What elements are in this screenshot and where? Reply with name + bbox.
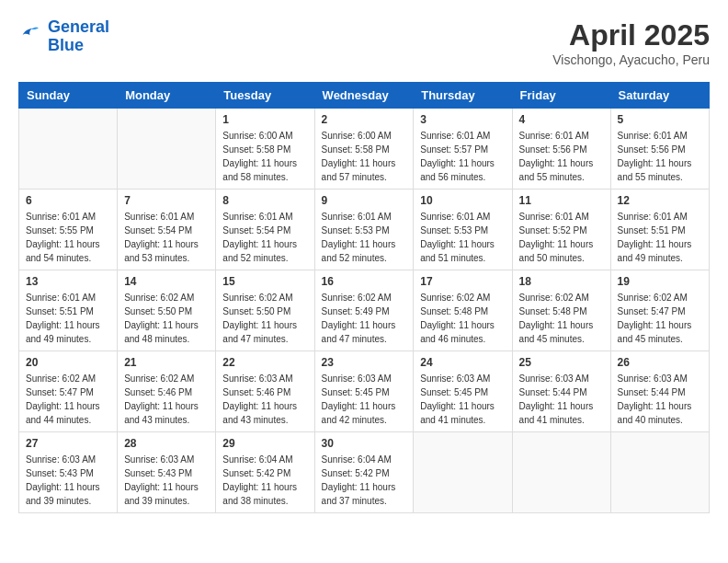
calendar-cell: 17Sunrise: 6:02 AM Sunset: 5:48 PM Dayli… [414,270,512,351]
day-number: 22 [222,356,307,369]
day-number: 10 [420,194,505,207]
page-header: General Blue April 2025 Vischongo, Ayacu… [18,18,710,67]
calendar-week-row: 20Sunrise: 6:02 AM Sunset: 5:47 PM Dayli… [19,351,710,432]
day-detail: Sunrise: 6:03 AM Sunset: 5:45 PM Dayligh… [322,372,407,427]
calendar-week-row: 6Sunrise: 6:01 AM Sunset: 5:55 PM Daylig… [19,190,710,270]
day-number: 27 [26,437,110,450]
day-number: 30 [322,437,407,450]
day-number: 16 [322,275,407,288]
calendar-cell: 1Sunrise: 6:00 AM Sunset: 5:58 PM Daylig… [216,109,314,190]
day-detail: Sunrise: 6:01 AM Sunset: 5:54 PM Dayligh… [124,210,209,265]
calendar-cell [118,109,216,190]
calendar-cell: 3Sunrise: 6:01 AM Sunset: 5:57 PM Daylig… [414,109,512,190]
calendar-cell: 10Sunrise: 6:01 AM Sunset: 5:53 PM Dayli… [414,190,512,270]
day-detail: Sunrise: 6:03 AM Sunset: 5:43 PM Dayligh… [26,453,110,508]
calendar-cell: 25Sunrise: 6:03 AM Sunset: 5:44 PM Dayli… [512,351,610,432]
day-number: 12 [618,194,702,207]
calendar-cell: 9Sunrise: 6:01 AM Sunset: 5:53 PM Daylig… [314,190,414,270]
day-detail: Sunrise: 6:02 AM Sunset: 5:46 PM Dayligh… [124,372,209,427]
day-detail: Sunrise: 6:01 AM Sunset: 5:51 PM Dayligh… [26,291,110,346]
day-number: 7 [124,194,209,207]
calendar-cell: 26Sunrise: 6:03 AM Sunset: 5:44 PM Dayli… [610,351,709,432]
calendar-cell: 11Sunrise: 6:01 AM Sunset: 5:52 PM Dayli… [512,190,610,270]
day-detail: Sunrise: 6:00 AM Sunset: 5:58 PM Dayligh… [222,129,307,184]
day-detail: Sunrise: 6:04 AM Sunset: 5:42 PM Dayligh… [322,453,407,508]
day-detail: Sunrise: 6:01 AM Sunset: 5:54 PM Dayligh… [222,210,307,265]
calendar-location: Vischongo, Ayacucho, Peru [552,52,710,67]
day-detail: Sunrise: 6:01 AM Sunset: 5:56 PM Dayligh… [618,129,702,184]
calendar-cell: 16Sunrise: 6:02 AM Sunset: 5:49 PM Dayli… [314,270,414,351]
day-number: 1 [222,113,307,126]
day-number: 14 [124,275,209,288]
day-number: 8 [222,194,307,207]
calendar-header-row: SundayMondayTuesdayWednesdayThursdayFrid… [19,83,710,109]
calendar-week-row: 27Sunrise: 6:03 AM Sunset: 5:43 PM Dayli… [19,432,710,513]
weekday-header: Sunday [19,83,118,109]
calendar-cell: 19Sunrise: 6:02 AM Sunset: 5:47 PM Dayli… [610,270,709,351]
weekday-header: Wednesday [314,83,414,109]
day-number: 20 [26,356,110,369]
day-number: 23 [322,356,407,369]
day-detail: Sunrise: 6:02 AM Sunset: 5:48 PM Dayligh… [519,291,604,346]
day-number: 18 [519,275,604,288]
day-detail: Sunrise: 6:02 AM Sunset: 5:47 PM Dayligh… [618,291,702,346]
calendar-cell: 18Sunrise: 6:02 AM Sunset: 5:48 PM Dayli… [512,270,610,351]
calendar-cell [610,432,709,513]
calendar-cell [414,432,512,513]
calendar-cell: 24Sunrise: 6:03 AM Sunset: 5:45 PM Dayli… [414,351,512,432]
calendar-cell: 30Sunrise: 6:04 AM Sunset: 5:42 PM Dayli… [314,432,414,513]
day-detail: Sunrise: 6:02 AM Sunset: 5:48 PM Dayligh… [420,291,505,346]
calendar-week-row: 1Sunrise: 6:00 AM Sunset: 5:58 PM Daylig… [19,109,710,190]
day-number: 17 [420,275,505,288]
day-detail: Sunrise: 6:02 AM Sunset: 5:47 PM Dayligh… [26,372,110,427]
calendar-cell: 15Sunrise: 6:02 AM Sunset: 5:50 PM Dayli… [216,270,314,351]
day-detail: Sunrise: 6:00 AM Sunset: 5:58 PM Dayligh… [322,129,407,184]
logo-text: General Blue [48,18,109,55]
weekday-header: Friday [512,83,610,109]
day-detail: Sunrise: 6:03 AM Sunset: 5:44 PM Dayligh… [519,372,604,427]
day-detail: Sunrise: 6:02 AM Sunset: 5:50 PM Dayligh… [222,291,307,346]
calendar-cell: 12Sunrise: 6:01 AM Sunset: 5:51 PM Dayli… [610,190,709,270]
calendar-cell: 21Sunrise: 6:02 AM Sunset: 5:46 PM Dayli… [118,351,216,432]
calendar-cell: 13Sunrise: 6:01 AM Sunset: 5:51 PM Dayli… [19,270,118,351]
day-number: 25 [519,356,604,369]
day-number: 24 [420,356,505,369]
day-number: 2 [322,113,407,126]
day-number: 11 [519,194,604,207]
day-number: 9 [322,194,407,207]
day-detail: Sunrise: 6:01 AM Sunset: 5:53 PM Dayligh… [420,210,505,265]
calendar-cell: 22Sunrise: 6:03 AM Sunset: 5:46 PM Dayli… [216,351,314,432]
calendar-cell: 23Sunrise: 6:03 AM Sunset: 5:45 PM Dayli… [314,351,414,432]
logo: General Blue [18,18,109,55]
day-detail: Sunrise: 6:01 AM Sunset: 5:52 PM Dayligh… [519,210,604,265]
calendar-cell: 14Sunrise: 6:02 AM Sunset: 5:50 PM Dayli… [118,270,216,351]
weekday-header: Saturday [610,83,709,109]
day-detail: Sunrise: 6:02 AM Sunset: 5:50 PM Dayligh… [124,291,209,346]
weekday-header: Thursday [414,83,512,109]
calendar-cell: 5Sunrise: 6:01 AM Sunset: 5:56 PM Daylig… [610,109,709,190]
day-number: 19 [618,275,702,288]
calendar-cell: 28Sunrise: 6:03 AM Sunset: 5:43 PM Dayli… [118,432,216,513]
day-number: 13 [26,275,110,288]
day-detail: Sunrise: 6:01 AM Sunset: 5:56 PM Dayligh… [519,129,604,184]
weekday-header: Tuesday [216,83,314,109]
calendar-cell [19,109,118,190]
calendar-cell: 27Sunrise: 6:03 AM Sunset: 5:43 PM Dayli… [19,432,118,513]
day-number: 3 [420,113,505,126]
day-detail: Sunrise: 6:01 AM Sunset: 5:55 PM Dayligh… [26,210,110,265]
calendar-cell: 2Sunrise: 6:00 AM Sunset: 5:58 PM Daylig… [314,109,414,190]
title-block: April 2025 Vischongo, Ayacucho, Peru [552,18,710,67]
day-number: 28 [124,437,209,450]
calendar-cell: 8Sunrise: 6:01 AM Sunset: 5:54 PM Daylig… [216,190,314,270]
weekday-header: Monday [118,83,216,109]
calendar-cell: 6Sunrise: 6:01 AM Sunset: 5:55 PM Daylig… [19,190,118,270]
logo-icon [18,22,44,48]
calendar-week-row: 13Sunrise: 6:01 AM Sunset: 5:51 PM Dayli… [19,270,710,351]
day-number: 5 [618,113,702,126]
calendar-table: SundayMondayTuesdayWednesdayThursdayFrid… [18,82,710,513]
day-detail: Sunrise: 6:04 AM Sunset: 5:42 PM Dayligh… [222,453,307,508]
calendar-cell: 7Sunrise: 6:01 AM Sunset: 5:54 PM Daylig… [118,190,216,270]
day-detail: Sunrise: 6:01 AM Sunset: 5:53 PM Dayligh… [322,210,407,265]
day-number: 15 [222,275,307,288]
day-number: 26 [618,356,702,369]
